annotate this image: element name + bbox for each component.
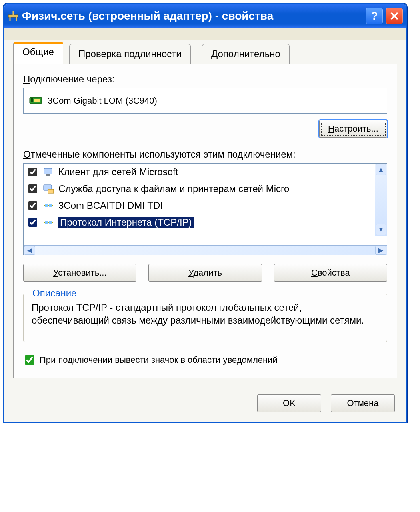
properties-dialog: Физич.сеть (встроенный адаптер) - свойст… [3, 3, 407, 423]
svg-point-15 [45, 221, 48, 224]
svg-point-13 [49, 204, 52, 207]
adapter-field[interactable]: 3Com Gigabit LOM (3C940) [23, 88, 387, 114]
configure-button[interactable]: Настроить... [319, 120, 387, 138]
connect-using-label: Подключение через: [23, 74, 387, 85]
item-checkbox[interactable] [28, 201, 37, 210]
uninstall-button[interactable]: Удалить [148, 264, 262, 282]
svg-point-12 [45, 204, 48, 207]
protocol-icon [42, 217, 54, 228]
tab-general[interactable]: Общие [13, 42, 63, 64]
client-area: Общие Проверка подлинности Дополнительно… [4, 40, 406, 422]
close-button[interactable] [386, 8, 403, 24]
properties-button[interactable]: Свойства [274, 264, 387, 282]
dialog-footer: OK Отмена [4, 386, 406, 422]
tab-pane-general: Подключение через: 3Com Gigabit LOM (3C9… [13, 64, 397, 378]
tray-icon-label: При подключении вывести значок в области… [40, 355, 278, 365]
tray-icon-option[interactable]: При подключении вывести значок в области… [23, 354, 387, 366]
help-button[interactable]: ? [366, 8, 383, 24]
description-legend: Описание [29, 288, 80, 299]
adapter-name: 3Com Gigabit LOM (3C940) [48, 96, 157, 106]
components-label: Отмеченные компоненты используются этим … [23, 149, 387, 160]
cancel-button[interactable]: Отмена [331, 394, 395, 412]
description-groupbox: Описание Протокол TCP/IP - стандартный п… [23, 294, 387, 342]
client-icon [42, 167, 54, 177]
tray-icon-checkbox[interactable] [25, 355, 34, 365]
install-button[interactable]: Установить... [23, 264, 136, 282]
tab-authentication[interactable]: Проверка подлинности [69, 44, 191, 64]
scroll-down-button[interactable]: ▼ [376, 224, 386, 235]
components-list[interactable]: Клиент для сетей Microsoft Служба доступ… [23, 163, 387, 255]
list-item[interactable]: Клиент для сетей Microsoft [24, 164, 387, 180]
list-item[interactable]: Служба доступа к файлам и принтерам сете… [24, 180, 387, 197]
vertical-scrollbar[interactable]: ▲ ▼ [375, 164, 387, 236]
svg-point-16 [49, 221, 52, 224]
window-title: Физич.сеть (встроенный адаптер) - свойст… [22, 10, 363, 22]
item-checkbox[interactable] [28, 184, 37, 193]
ok-button[interactable]: OK [257, 394, 321, 412]
svg-rect-7 [44, 168, 52, 174]
horizontal-scrollbar[interactable]: ◀ ▶ [24, 245, 387, 255]
titlebar[interactable]: Физич.сеть (встроенный адаптер) - свойст… [4, 4, 406, 28]
network-adapter-icon [8, 10, 19, 22]
service-icon [42, 184, 54, 194]
svg-rect-5 [31, 98, 33, 102]
svg-rect-10 [48, 189, 54, 193]
item-checkbox[interactable] [28, 218, 37, 227]
tab-strip: Общие Проверка подлинности Дополнительно [13, 40, 397, 64]
description-text: Протокол TCP/IP - стандартный протокол г… [32, 301, 379, 327]
scroll-right-button[interactable]: ▶ [375, 246, 386, 255]
svg-rect-8 [46, 174, 50, 176]
svg-rect-6 [34, 99, 40, 102]
list-item-selected[interactable]: Протокол Интернета (TCP/IP) [24, 214, 387, 231]
nic-card-icon [29, 96, 42, 106]
tab-advanced[interactable]: Дополнительно [202, 44, 290, 64]
list-item[interactable]: 3Com BCAITDI DMI TDI [24, 197, 387, 214]
svg-rect-0 [8, 15, 18, 17]
protocol-icon [42, 200, 54, 211]
scroll-up-button[interactable]: ▲ [376, 164, 386, 175]
scroll-left-button[interactable]: ◀ [24, 246, 35, 255]
item-checkbox[interactable] [28, 168, 37, 176]
